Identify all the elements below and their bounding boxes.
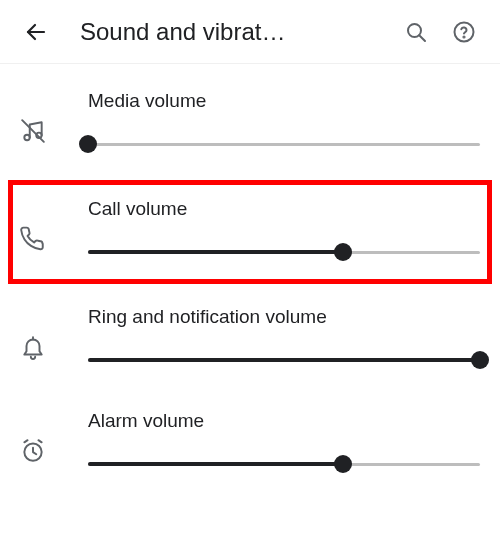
back-arrow-icon (24, 20, 48, 44)
call-volume-slider[interactable] (88, 242, 480, 262)
alarm-volume-label: Alarm volume (88, 410, 480, 432)
svg-point-4 (463, 36, 464, 37)
call-volume-row: Call volume (8, 180, 492, 284)
media-volume-slider[interactable] (88, 134, 480, 154)
call-volume-label: Call volume (88, 198, 480, 220)
back-button[interactable] (16, 12, 56, 52)
ring-volume-slider[interactable] (88, 350, 480, 370)
help-button[interactable] (444, 12, 484, 52)
svg-line-11 (38, 440, 41, 442)
media-muted-icon (20, 118, 60, 144)
ring-volume-row: Ring and notification volume (0, 288, 500, 392)
page-title: Sound and vibrat… (80, 18, 396, 46)
alarm-volume-body: Alarm volume (60, 410, 480, 474)
bell-icon (20, 334, 60, 360)
phone-icon (20, 226, 60, 252)
alarm-volume-row: Alarm volume (0, 392, 500, 496)
header-actions (396, 12, 484, 52)
help-icon (452, 20, 476, 44)
media-volume-row: Media volume (0, 72, 500, 176)
svg-line-2 (419, 35, 425, 41)
call-volume-body: Call volume (60, 198, 480, 262)
svg-point-5 (24, 135, 29, 140)
alarm-icon (20, 438, 60, 464)
ring-volume-label: Ring and notification volume (88, 306, 480, 328)
app-header: Sound and vibrat… (0, 0, 500, 64)
search-button[interactable] (396, 12, 436, 52)
alarm-volume-slider[interactable] (88, 454, 480, 474)
settings-list: Media volume Call volume (0, 64, 500, 496)
media-volume-body: Media volume (60, 90, 480, 154)
media-volume-label: Media volume (88, 90, 480, 112)
ring-volume-body: Ring and notification volume (60, 306, 480, 370)
svg-line-10 (24, 440, 27, 442)
search-icon (404, 20, 428, 44)
